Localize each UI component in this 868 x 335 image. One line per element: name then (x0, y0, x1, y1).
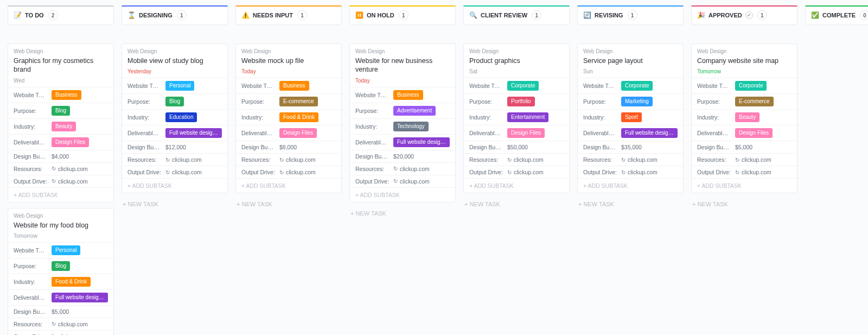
card-field-row: Deliverable ...Design Files (236, 125, 341, 141)
card-header: Web DesignService page layoutSun (578, 44, 683, 78)
field-tag[interactable]: E-commerce (735, 97, 774, 106)
card-header: Web DesignWebsite for my food blogTomorr… (8, 208, 113, 242)
clickup-link-icon: ↻ (621, 169, 626, 175)
column-header-approved[interactable]: 🎉APPROVED✓1 (691, 5, 797, 25)
new-task-button[interactable]: + NEW TASK (122, 199, 228, 207)
column-header-on-hold[interactable]: ⏸️ON HOLD1 (349, 5, 456, 25)
link-value[interactable]: ↻clickup.com (279, 156, 316, 163)
field-tag[interactable]: Business (52, 90, 81, 100)
field-tag[interactable]: Full website design and lay... (621, 128, 678, 138)
add-subtask-button[interactable]: + ADD SUBTASK (464, 178, 569, 193)
task-card[interactable]: Web DesignWebsite mock up fileTodayWebsi… (235, 43, 342, 193)
field-tag[interactable]: Beauty (735, 112, 760, 122)
card-title: Website for my food blog (14, 221, 108, 230)
link-text: clickup.com (400, 166, 430, 172)
column-header-client-review[interactable]: 🔍CLIENT REVIEW1 (463, 5, 570, 25)
link-value[interactable]: ↻clickup.com (279, 169, 316, 175)
link-value[interactable]: ↻clickup.com (52, 321, 88, 327)
field-label: Output Drive: (355, 178, 389, 185)
column-header-needs-input[interactable]: ⚠️NEEDS INPUT1 (235, 5, 342, 25)
field-tag[interactable]: Design Files (52, 137, 89, 147)
field-tag[interactable]: Technology (393, 122, 429, 131)
field-tag[interactable]: Corporate (621, 81, 653, 91)
task-card[interactable]: Web DesignService page layoutSunWebsite … (577, 43, 684, 193)
field-label: Purpose: (583, 98, 617, 105)
field-tag[interactable]: Design Files (279, 128, 317, 138)
link-value[interactable]: ↻clickup.com (507, 156, 544, 163)
field-tag[interactable]: E-commerce (279, 97, 318, 106)
column-status-icon: 📝 (14, 11, 22, 19)
field-tag[interactable]: Blog (165, 97, 184, 106)
column-header-complete[interactable]: ✅COMPLETE0 (805, 5, 868, 25)
field-tag[interactable]: Portfolio (507, 97, 535, 106)
card-field-row: Purpose:E-commerce (236, 93, 341, 109)
link-value[interactable]: ↻clickup.com (52, 166, 88, 172)
card-field-row: Deliverable ...Full website design and l… (8, 289, 113, 305)
link-value[interactable]: ↻clickup.com (393, 166, 430, 172)
link-value[interactable]: ↻clickup.com (621, 156, 658, 163)
field-tag[interactable]: Corporate (507, 81, 539, 91)
link-value[interactable]: ↻clickup.com (735, 156, 771, 163)
field-tag[interactable]: Corporate (735, 81, 767, 91)
field-tag[interactable]: Food & Drink (279, 112, 318, 122)
card-field-row: Purpose:Blog (8, 103, 113, 118)
field-tag[interactable]: Design Files (735, 128, 773, 138)
clickup-link-icon: ↻ (279, 157, 284, 163)
field-tag[interactable]: Design Files (507, 128, 545, 138)
link-text: clickup.com (742, 156, 771, 163)
column-header-designing[interactable]: ⌛DESIGNING1 (122, 5, 228, 25)
task-card[interactable]: Web DesignGraphics for my cosmetics bran… (8, 43, 114, 203)
link-value[interactable]: ↻clickup.com (621, 169, 658, 175)
field-tag[interactable]: Marketing (621, 97, 653, 106)
link-value[interactable]: ↻clickup.com (735, 169, 771, 175)
field-tag[interactable]: Education (165, 112, 197, 122)
add-subtask-button[interactable]: + ADD SUBTASK (122, 178, 227, 193)
field-tag[interactable]: Food & Drink (52, 277, 91, 287)
column-accent-bar (122, 5, 228, 7)
new-task-button[interactable]: + NEW TASK (691, 199, 797, 207)
column-header-todo[interactable]: 📝TO DO2 (8, 5, 114, 25)
field-tag[interactable]: Personal (165, 81, 194, 91)
card-field-row: Design Budg...$4,000 (8, 150, 113, 162)
field-tag[interactable]: Full website design and lay... (52, 293, 108, 302)
column-count: 2 (48, 10, 58, 20)
field-tag[interactable]: Entertainment (507, 112, 548, 122)
link-value[interactable]: ↻clickup.com (165, 169, 202, 175)
card-field-row: Purpose:E-commerce (692, 93, 797, 109)
new-task-button[interactable]: + NEW TASK (235, 199, 342, 207)
new-task-button[interactable]: + NEW TASK (577, 199, 684, 207)
link-value[interactable]: ↻clickup.com (52, 178, 88, 185)
link-value[interactable]: ↻clickup.com (393, 178, 430, 185)
field-tag[interactable]: Beauty (52, 122, 76, 131)
field-label: Purpose: (127, 98, 161, 105)
field-tag[interactable]: Full website design and lay... (393, 137, 450, 147)
add-subtask-button[interactable]: + ADD SUBTASK (8, 187, 113, 202)
column-label: CLIENT REVIEW (481, 12, 527, 18)
clickup-link-icon: ↻ (393, 166, 398, 172)
task-card[interactable]: Web DesignCompany website site mapTomorr… (691, 43, 797, 193)
field-tag[interactable]: Business (279, 81, 309, 91)
new-task-button[interactable]: + NEW TASK (463, 199, 570, 207)
field-tag[interactable]: Business (393, 90, 423, 100)
field-label: Website Type: (14, 92, 47, 98)
task-card[interactable]: Web DesignWebsite for my food blogTomorr… (8, 208, 114, 336)
field-tag[interactable]: Personal (52, 245, 80, 255)
add-subtask-button[interactable]: + ADD SUBTASK (692, 178, 797, 193)
field-label: Industry: (469, 114, 503, 121)
field-tag[interactable]: Blog (52, 261, 70, 271)
field-tag[interactable]: Blog (52, 106, 70, 116)
column-header-revising[interactable]: 🔄REVISING1 (577, 5, 684, 25)
add-subtask-button[interactable]: + ADD SUBTASK (350, 187, 455, 202)
link-value[interactable]: ↻clickup.com (507, 169, 544, 175)
card-field-row: Purpose:Advertisement (350, 103, 455, 118)
new-task-button[interactable]: + NEW TASK (349, 208, 456, 217)
add-subtask-button[interactable]: + ADD SUBTASK (236, 178, 341, 193)
add-subtask-button[interactable]: + ADD SUBTASK (578, 178, 683, 193)
field-tag[interactable]: Sport (621, 112, 642, 122)
task-card[interactable]: Web DesignWebsite for new business ventu… (349, 43, 456, 203)
task-card[interactable]: Web DesignMobile view of study blogYeste… (122, 43, 228, 193)
field-tag[interactable]: Advertisement (393, 106, 436, 116)
field-tag[interactable]: Full website design and lay... (165, 128, 222, 138)
task-card[interactable]: Web DesignProduct graphicsSatWebsite Typ… (463, 43, 570, 193)
link-value[interactable]: ↻clickup.com (165, 156, 202, 163)
